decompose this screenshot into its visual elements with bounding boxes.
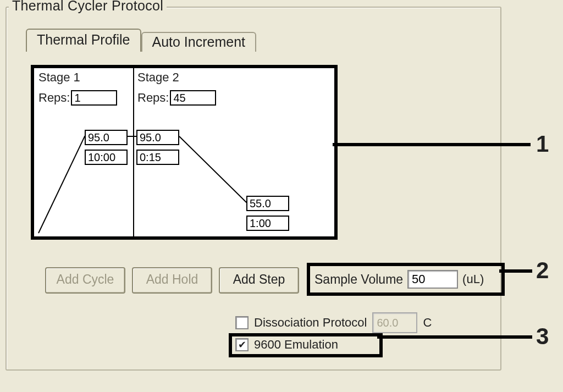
stage-1-reps-label: Reps: (38, 91, 70, 105)
stage-2-reps-input[interactable] (170, 90, 216, 106)
emulation-label: 9600 Emulation (254, 338, 338, 352)
callout-1-number: 1 (536, 131, 549, 157)
callout-3-line (377, 335, 532, 339)
add-step-button[interactable]: Add Step (219, 267, 299, 294)
stage-1-reps-input[interactable] (71, 90, 117, 106)
add-cycle-button[interactable]: Add Cycle (45, 267, 125, 294)
thermal-cycler-groupbox: Thermal Cycler Protocol Thermal Profile … (5, 7, 501, 371)
dissociation-temp-input (372, 312, 417, 333)
sample-volume-unit: (uL) (462, 272, 484, 286)
callout-3-number: 3 (536, 323, 549, 350)
tab-bar: Thermal Profile Auto Increment (26, 29, 256, 52)
stage-2-step-1-temp-input[interactable] (136, 130, 179, 145)
dissociation-temp-unit: C (423, 316, 432, 330)
tab-thermal-profile[interactable]: Thermal Profile (26, 29, 141, 52)
sample-volume-input[interactable] (407, 270, 458, 289)
stage-2-reps-label: Reps: (137, 91, 169, 105)
thermal-profile-frame: Stage 1 Stage 2 Reps: Reps: (31, 65, 338, 240)
stage-1-label: Stage 1 (38, 70, 80, 85)
dissociation-checkbox[interactable] (235, 316, 249, 329)
emulation-row: ✔ 9600 Emulation (235, 338, 338, 352)
callout-2-line (499, 269, 532, 273)
callout-1-line (333, 143, 531, 146)
stage-2-step-2-temp-input[interactable] (246, 196, 289, 211)
tab-auto-increment[interactable]: Auto Increment (141, 32, 257, 52)
groupbox-title: Thermal Cycler Protocol (9, 0, 167, 14)
stage-1-reps-row: Reps: (38, 90, 117, 106)
stage-1-step-1-time-input[interactable] (85, 150, 128, 165)
stage-1-step-1-temp-input[interactable] (85, 130, 128, 145)
stage-2-step-1-time-input[interactable] (136, 150, 179, 165)
stage-2-step-2-time-input[interactable] (246, 216, 289, 231)
add-hold-button[interactable]: Add Hold (132, 267, 212, 294)
dissociation-row: Dissociation Protocol C (235, 312, 432, 333)
stage-2-label: Stage 2 (137, 70, 179, 85)
dissociation-label: Dissociation Protocol (254, 316, 367, 330)
emulation-checkbox[interactable]: ✔ (235, 338, 249, 351)
callout-2-number: 2 (536, 257, 549, 284)
sample-volume-group: Sample Volume (uL) (307, 263, 505, 296)
sample-volume-label: Sample Volume (314, 272, 403, 287)
stage-2-reps-row: Reps: (137, 90, 216, 106)
